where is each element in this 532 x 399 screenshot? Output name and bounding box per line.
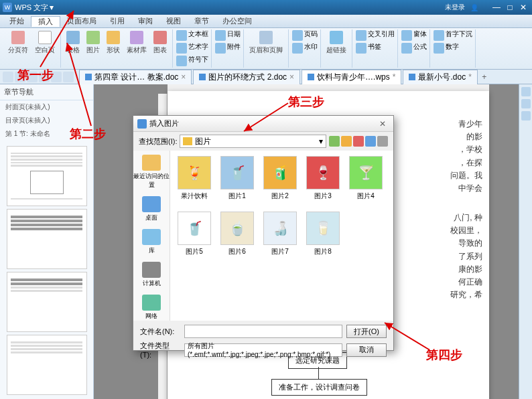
file-item[interactable]: 🍶图片7 xyxy=(261,212,299,256)
up-icon[interactable] xyxy=(341,136,352,147)
sidebar-library[interactable]: 库 xyxy=(142,229,161,255)
file-item[interactable]: 🍸图片4 xyxy=(347,156,385,201)
nav-item[interactable]: 第 1 节: 未命名 xyxy=(0,127,93,141)
tab-tool[interactable] xyxy=(3,72,13,82)
side-tool[interactable] xyxy=(521,111,531,121)
doctab[interactable]: 图片的环绕方式 2.doc× xyxy=(193,70,300,84)
thumbnail-list xyxy=(0,141,93,399)
path-combo[interactable]: 图片 ▾ xyxy=(180,135,326,148)
ribbon-pagebreak[interactable]: 分页符 xyxy=(5,29,31,56)
doctab[interactable]: 饮料与青少年….wps* xyxy=(302,70,401,84)
ribbon-crossref[interactable] xyxy=(356,30,367,41)
filename-label: 文件名(N): xyxy=(140,327,180,337)
ribbon-number[interactable] xyxy=(434,43,444,54)
sidebar-computer[interactable]: 计算机 xyxy=(142,262,161,288)
newfolder-icon[interactable] xyxy=(365,136,376,147)
ribbon-shape[interactable]: 形状 xyxy=(104,29,123,56)
nav-item[interactable]: 目录页(未插入) xyxy=(0,114,93,127)
filetype-combo[interactable]: 所有图片(*.emf;*.wmf;*.jpg;*.jpeg;*.jpe;*.pn… xyxy=(184,343,342,357)
file-item[interactable]: 🍵图片6 xyxy=(218,212,256,256)
ribbon-watermark[interactable] xyxy=(292,43,303,54)
tab-close[interactable]: × xyxy=(289,72,294,82)
tab-tool[interactable] xyxy=(27,72,38,82)
tab-tool[interactable] xyxy=(39,72,50,82)
menu-reference[interactable]: 引用 xyxy=(103,16,131,26)
file-item[interactable]: 🍹果汁饮料 xyxy=(176,156,213,201)
ribbon-dropcap[interactable] xyxy=(176,56,187,66)
doctab[interactable]: 最新小号.doc* xyxy=(403,70,477,84)
dialog-close-button[interactable]: ✕ xyxy=(376,118,389,129)
nav-item[interactable]: 封面页(未插入) xyxy=(0,100,93,114)
menu-section[interactable]: 章节 xyxy=(188,16,216,26)
filetype-label: 文件类型(T): xyxy=(140,341,180,359)
app-title: WPS 文字 xyxy=(15,3,48,13)
ribbon-form[interactable] xyxy=(401,30,412,41)
views-icon[interactable] xyxy=(377,136,388,147)
ribbon-blankpage[interactable]: 空白页 xyxy=(32,29,58,56)
page-thumbnail[interactable] xyxy=(7,146,87,206)
menu-insert[interactable]: 插入 xyxy=(31,16,60,27)
doctab[interactable]: 第四章 设计… 教案.doc× xyxy=(79,70,192,84)
login-status[interactable]: 未登录 xyxy=(445,3,465,12)
sidebar-network[interactable]: 网络 xyxy=(142,295,161,321)
ribbon-table[interactable]: 表格 xyxy=(64,29,82,56)
insert-picture-dialog: 插入图片 ✕ 查找范围(I): 图片 ▾ 最近访问的位置 桌面 库 计算机 网络… xyxy=(133,115,394,351)
tab-tool[interactable] xyxy=(51,72,62,82)
nav-title: 章节导航 xyxy=(0,84,93,100)
file-item[interactable]: 🥤图片1 xyxy=(218,156,256,201)
side-tool[interactable] xyxy=(521,99,531,108)
ribbon-attach[interactable] xyxy=(215,43,226,54)
dialog-titlebar[interactable]: 插入图片 ✕ xyxy=(133,116,393,132)
ribbon-textbox[interactable] xyxy=(176,30,187,41)
sidebar-recent[interactable]: 最近访问的位置 xyxy=(133,155,170,189)
dialog-title: 插入图片 xyxy=(149,118,376,129)
navigation-panel: 章节导航 封面页(未插入) 目录页(未插入) 第 1 节: 未命名 xyxy=(0,84,94,399)
page-thumbnail[interactable] xyxy=(7,335,87,395)
flowchart-box: 准备工作，设计调查问卷 xyxy=(271,379,367,396)
file-item[interactable]: 🍷图片3 xyxy=(304,156,342,201)
ribbon-date[interactable] xyxy=(215,30,226,41)
ribbon-formula[interactable] xyxy=(401,43,412,54)
ribbon-hyperlink[interactable]: 超链接 xyxy=(324,29,349,56)
tab-close[interactable]: × xyxy=(181,72,186,82)
minimize-button[interactable]: — xyxy=(490,3,503,12)
path-label: 查找范围(I): xyxy=(139,137,177,147)
filename-input[interactable] xyxy=(184,325,342,338)
file-item[interactable]: 🧃图片2 xyxy=(261,156,299,201)
page-thumbnail[interactable] xyxy=(7,272,87,332)
tab-close[interactable]: * xyxy=(393,72,396,82)
back-icon[interactable] xyxy=(329,136,340,147)
new-tab-button[interactable]: + xyxy=(479,72,490,82)
doc-icon xyxy=(199,74,206,80)
cancel-button[interactable]: 取消 xyxy=(346,343,387,357)
menu-start[interactable]: 开始 xyxy=(3,16,31,26)
maximize-button[interactable]: □ xyxy=(504,3,516,12)
side-tool[interactable] xyxy=(521,87,531,96)
menu-view[interactable]: 视图 xyxy=(159,16,188,26)
tab-tool[interactable] xyxy=(15,72,25,82)
ribbon-wordart[interactable] xyxy=(176,43,187,54)
ribbon-clipart[interactable]: 素材库 xyxy=(124,29,149,56)
menu-office[interactable]: 办公空间 xyxy=(216,16,259,26)
tab-close[interactable]: * xyxy=(468,72,472,82)
file-item[interactable]: 🥤图片5 xyxy=(176,212,213,256)
tab-tool[interactable] xyxy=(63,72,74,82)
ribbon-chart[interactable]: 图表 xyxy=(151,29,170,56)
open-button[interactable]: 打开(O) xyxy=(346,325,387,338)
menu-review[interactable]: 审阅 xyxy=(131,16,159,26)
file-list[interactable]: 🍹果汁饮料 🥤图片1 🧃图片2 🍷图片3 🍸图片4 🥤图片5 🍵图片6 🍶图片7… xyxy=(170,151,393,321)
ribbon: 分页符 空白页 表格 图片 形状 素材库 图表 文本框 艺术字 符号下 日期 附… xyxy=(0,28,532,70)
ribbon-headerfooter[interactable]: 页眉和页脚 xyxy=(247,29,285,56)
ribbon-dropcap2[interactable] xyxy=(434,30,444,41)
ribbon-pagenum[interactable] xyxy=(292,30,303,41)
ribbon-picture[interactable]: 图片 xyxy=(84,29,103,56)
ribbon-bookmark[interactable] xyxy=(356,43,367,54)
menu-pagelayout[interactable]: 页面布局 xyxy=(60,16,103,26)
delete-icon[interactable] xyxy=(353,136,364,147)
close-button[interactable]: ✕ xyxy=(517,3,529,12)
page-thumbnail[interactable] xyxy=(7,209,87,269)
document-tabbar: 第四章 设计… 教案.doc× 图片的环绕方式 2.doc× 饮料与青少年….w… xyxy=(0,70,532,84)
sidebar-desktop[interactable]: 桌面 xyxy=(142,196,161,222)
file-item[interactable]: 🥛图片8 xyxy=(304,212,342,256)
user-icon[interactable]: 👤 xyxy=(470,4,478,11)
